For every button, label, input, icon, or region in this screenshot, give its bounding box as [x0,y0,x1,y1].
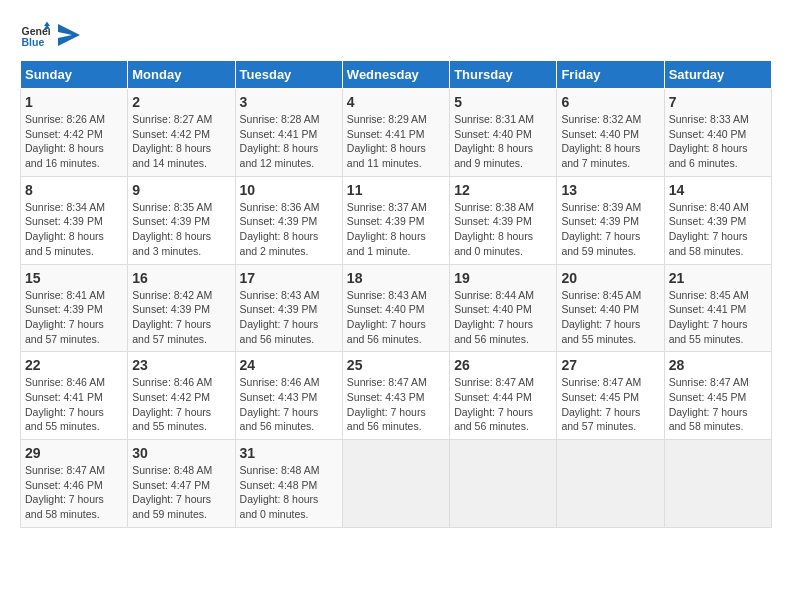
day-number: 29 [25,445,123,461]
calendar-week-2: 8Sunrise: 8:34 AM Sunset: 4:39 PM Daylig… [21,176,772,264]
day-detail: Sunrise: 8:26 AM Sunset: 4:42 PM Dayligh… [25,112,123,171]
day-number: 3 [240,94,338,110]
calendar-cell: 18Sunrise: 8:43 AM Sunset: 4:40 PM Dayli… [342,264,449,352]
day-detail: Sunrise: 8:39 AM Sunset: 4:39 PM Dayligh… [561,200,659,259]
day-detail: Sunrise: 8:44 AM Sunset: 4:40 PM Dayligh… [454,288,552,347]
day-number: 19 [454,270,552,286]
day-number: 1 [25,94,123,110]
day-number: 23 [132,357,230,373]
calendar-cell: 14Sunrise: 8:40 AM Sunset: 4:39 PM Dayli… [664,176,771,264]
day-detail: Sunrise: 8:46 AM Sunset: 4:41 PM Dayligh… [25,375,123,434]
header: General Blue [20,20,772,50]
day-detail: Sunrise: 8:43 AM Sunset: 4:40 PM Dayligh… [347,288,445,347]
calendar-week-1: 1Sunrise: 8:26 AM Sunset: 4:42 PM Daylig… [21,89,772,177]
day-detail: Sunrise: 8:38 AM Sunset: 4:39 PM Dayligh… [454,200,552,259]
day-detail: Sunrise: 8:48 AM Sunset: 4:47 PM Dayligh… [132,463,230,522]
logo: General Blue [20,20,80,50]
calendar-cell: 10Sunrise: 8:36 AM Sunset: 4:39 PM Dayli… [235,176,342,264]
day-detail: Sunrise: 8:27 AM Sunset: 4:42 PM Dayligh… [132,112,230,171]
calendar-cell: 7Sunrise: 8:33 AM Sunset: 4:40 PM Daylig… [664,89,771,177]
calendar-week-3: 15Sunrise: 8:41 AM Sunset: 4:39 PM Dayli… [21,264,772,352]
day-detail: Sunrise: 8:32 AM Sunset: 4:40 PM Dayligh… [561,112,659,171]
calendar-cell: 16Sunrise: 8:42 AM Sunset: 4:39 PM Dayli… [128,264,235,352]
day-number: 5 [454,94,552,110]
calendar-cell: 3Sunrise: 8:28 AM Sunset: 4:41 PM Daylig… [235,89,342,177]
calendar-cell: 4Sunrise: 8:29 AM Sunset: 4:41 PM Daylig… [342,89,449,177]
weekday-header-saturday: Saturday [664,61,771,89]
svg-text:Blue: Blue [22,36,45,48]
weekday-header-tuesday: Tuesday [235,61,342,89]
day-number: 31 [240,445,338,461]
calendar-cell: 25Sunrise: 8:47 AM Sunset: 4:43 PM Dayli… [342,352,449,440]
day-detail: Sunrise: 8:47 AM Sunset: 4:43 PM Dayligh… [347,375,445,434]
svg-marker-4 [58,24,80,46]
day-number: 4 [347,94,445,110]
calendar-cell: 9Sunrise: 8:35 AM Sunset: 4:39 PM Daylig… [128,176,235,264]
weekday-header-thursday: Thursday [450,61,557,89]
calendar-cell: 11Sunrise: 8:37 AM Sunset: 4:39 PM Dayli… [342,176,449,264]
day-detail: Sunrise: 8:29 AM Sunset: 4:41 PM Dayligh… [347,112,445,171]
day-detail: Sunrise: 8:34 AM Sunset: 4:39 PM Dayligh… [25,200,123,259]
day-detail: Sunrise: 8:28 AM Sunset: 4:41 PM Dayligh… [240,112,338,171]
day-detail: Sunrise: 8:48 AM Sunset: 4:48 PM Dayligh… [240,463,338,522]
day-number: 27 [561,357,659,373]
calendar-cell [342,440,449,528]
logo-arrow-icon [58,24,80,46]
weekday-header-monday: Monday [128,61,235,89]
day-number: 9 [132,182,230,198]
day-detail: Sunrise: 8:47 AM Sunset: 4:46 PM Dayligh… [25,463,123,522]
calendar-cell: 2Sunrise: 8:27 AM Sunset: 4:42 PM Daylig… [128,89,235,177]
day-detail: Sunrise: 8:42 AM Sunset: 4:39 PM Dayligh… [132,288,230,347]
day-number: 16 [132,270,230,286]
day-detail: Sunrise: 8:47 AM Sunset: 4:45 PM Dayligh… [561,375,659,434]
calendar-week-4: 22Sunrise: 8:46 AM Sunset: 4:41 PM Dayli… [21,352,772,440]
day-detail: Sunrise: 8:37 AM Sunset: 4:39 PM Dayligh… [347,200,445,259]
logo-icon: General Blue [20,20,50,50]
day-detail: Sunrise: 8:36 AM Sunset: 4:39 PM Dayligh… [240,200,338,259]
calendar-cell: 8Sunrise: 8:34 AM Sunset: 4:39 PM Daylig… [21,176,128,264]
calendar-cell: 17Sunrise: 8:43 AM Sunset: 4:39 PM Dayli… [235,264,342,352]
day-number: 20 [561,270,659,286]
calendar-cell: 27Sunrise: 8:47 AM Sunset: 4:45 PM Dayli… [557,352,664,440]
weekday-header-row: SundayMondayTuesdayWednesdayThursdayFrid… [21,61,772,89]
calendar-cell: 19Sunrise: 8:44 AM Sunset: 4:40 PM Dayli… [450,264,557,352]
day-detail: Sunrise: 8:41 AM Sunset: 4:39 PM Dayligh… [25,288,123,347]
calendar-cell: 24Sunrise: 8:46 AM Sunset: 4:43 PM Dayli… [235,352,342,440]
calendar-cell: 21Sunrise: 8:45 AM Sunset: 4:41 PM Dayli… [664,264,771,352]
calendar-cell [450,440,557,528]
day-number: 13 [561,182,659,198]
calendar-cell: 30Sunrise: 8:48 AM Sunset: 4:47 PM Dayli… [128,440,235,528]
calendar-cell: 5Sunrise: 8:31 AM Sunset: 4:40 PM Daylig… [450,89,557,177]
day-number: 30 [132,445,230,461]
calendar-cell: 1Sunrise: 8:26 AM Sunset: 4:42 PM Daylig… [21,89,128,177]
day-detail: Sunrise: 8:46 AM Sunset: 4:43 PM Dayligh… [240,375,338,434]
calendar-cell [664,440,771,528]
day-detail: Sunrise: 8:47 AM Sunset: 4:44 PM Dayligh… [454,375,552,434]
calendar-cell: 13Sunrise: 8:39 AM Sunset: 4:39 PM Dayli… [557,176,664,264]
day-number: 7 [669,94,767,110]
day-number: 21 [669,270,767,286]
calendar-cell: 26Sunrise: 8:47 AM Sunset: 4:44 PM Dayli… [450,352,557,440]
day-detail: Sunrise: 8:35 AM Sunset: 4:39 PM Dayligh… [132,200,230,259]
day-number: 2 [132,94,230,110]
calendar-cell: 28Sunrise: 8:47 AM Sunset: 4:45 PM Dayli… [664,352,771,440]
calendar-cell: 15Sunrise: 8:41 AM Sunset: 4:39 PM Dayli… [21,264,128,352]
calendar-cell: 6Sunrise: 8:32 AM Sunset: 4:40 PM Daylig… [557,89,664,177]
day-number: 10 [240,182,338,198]
calendar-cell: 20Sunrise: 8:45 AM Sunset: 4:40 PM Dayli… [557,264,664,352]
day-number: 26 [454,357,552,373]
day-number: 17 [240,270,338,286]
calendar-table: SundayMondayTuesdayWednesdayThursdayFrid… [20,60,772,528]
day-number: 18 [347,270,445,286]
day-detail: Sunrise: 8:45 AM Sunset: 4:40 PM Dayligh… [561,288,659,347]
calendar-week-5: 29Sunrise: 8:47 AM Sunset: 4:46 PM Dayli… [21,440,772,528]
calendar-cell: 31Sunrise: 8:48 AM Sunset: 4:48 PM Dayli… [235,440,342,528]
weekday-header-wednesday: Wednesday [342,61,449,89]
day-number: 11 [347,182,445,198]
day-number: 24 [240,357,338,373]
day-detail: Sunrise: 8:47 AM Sunset: 4:45 PM Dayligh… [669,375,767,434]
day-number: 28 [669,357,767,373]
day-detail: Sunrise: 8:33 AM Sunset: 4:40 PM Dayligh… [669,112,767,171]
day-detail: Sunrise: 8:45 AM Sunset: 4:41 PM Dayligh… [669,288,767,347]
day-detail: Sunrise: 8:43 AM Sunset: 4:39 PM Dayligh… [240,288,338,347]
